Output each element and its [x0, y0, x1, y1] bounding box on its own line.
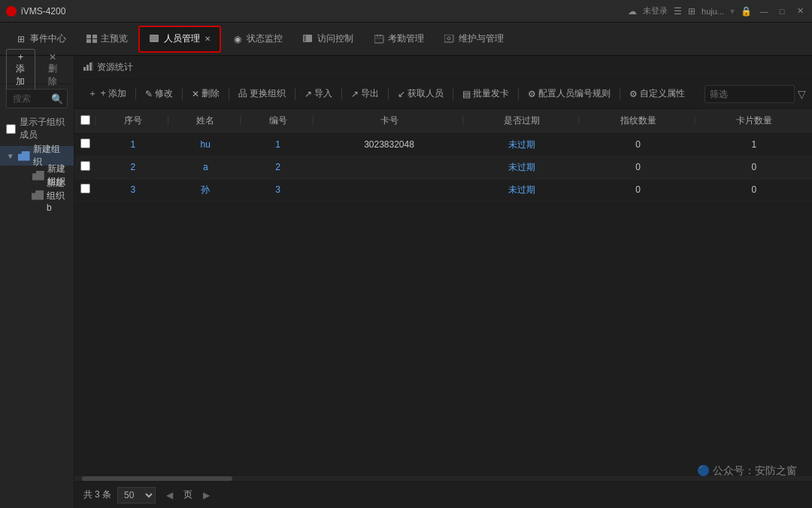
- separator8: [518, 88, 519, 100]
- titlebar: iVMS-4200 ☁ 未登录 ☰ ⊞ huju... ▾ 🔒 — □ ✕: [0, 0, 812, 23]
- table-header-row: 序号 姓名 编号 卡号 是否过期 指纹数量 卡片数量: [74, 109, 812, 133]
- sidebar-toolbar: + 添加 ✕ 删除: [0, 56, 74, 84]
- prev-page-button[interactable]: ◀: [162, 488, 177, 502]
- horizontal-scrollbar[interactable]: [74, 475, 812, 481]
- main-area: + 添加 ✕ 删除 🔍 显示子组织成员 ▼ 新建组织 新建组织: [0, 56, 812, 508]
- row-seq: 1: [97, 133, 169, 156]
- row-expired: 未过期: [464, 178, 580, 201]
- row-card: [314, 156, 464, 178]
- status-bar: 共 3 条 50 100 200 ◀ 页 ▶: [74, 481, 812, 508]
- col-seq: 序号: [97, 109, 169, 133]
- nav-item-personnel[interactable]: 人员管理 ✕: [138, 26, 221, 53]
- svg-rect-17: [89, 62, 92, 71]
- next-page-button[interactable]: ▶: [198, 488, 214, 502]
- preview-icon: [86, 35, 98, 44]
- row-seq: 2: [97, 156, 169, 178]
- row-checkbox[interactable]: [74, 178, 97, 201]
- lock-icon: 🔒: [741, 6, 752, 17]
- folder-icon-child1: [32, 171, 44, 181]
- action-custom-attr-button[interactable]: ⚙ 自定义属性: [623, 85, 691, 102]
- row-id: 3: [241, 178, 314, 201]
- nav-item-attendance[interactable]: 考勤管理: [364, 26, 433, 53]
- select-all-checkbox[interactable]: [80, 115, 90, 125]
- separator6: [388, 88, 389, 100]
- page-size-select[interactable]: 50 100 200: [117, 487, 156, 503]
- action-export-button[interactable]: ↗ 导出: [345, 85, 385, 102]
- svg-rect-13: [444, 35, 453, 42]
- edit-icon: ✎: [145, 89, 153, 99]
- row-card: 3023832048: [314, 133, 464, 156]
- row-card-count: 0: [696, 178, 812, 201]
- table-row: 1 hu 1 3023832048 未过期 0 1: [74, 133, 812, 156]
- filter-icon[interactable]: ▽: [798, 88, 806, 100]
- attendance-icon: [373, 35, 385, 44]
- search-icon[interactable]: 🔍: [51, 93, 63, 105]
- action-get-person-button[interactable]: ↙ 获取人员: [392, 85, 450, 102]
- status-icon: ◉: [232, 35, 244, 44]
- nav-label-personnel: 人员管理: [164, 32, 200, 45]
- row-checkbox[interactable]: [74, 133, 97, 156]
- nav-label-preview: 主预览: [101, 32, 128, 45]
- user-name: huju...: [701, 7, 724, 16]
- row-name: 孙: [169, 178, 241, 201]
- filter-input[interactable]: [704, 85, 795, 103]
- row-seq: 3: [97, 178, 169, 201]
- svg-rect-2: [86, 39, 91, 43]
- row-fingerprint: 0: [580, 156, 695, 178]
- folder-icon-child2: [32, 190, 44, 200]
- nav-label-maintenance: 维护与管理: [459, 32, 504, 45]
- show-sub-label: 显示子组织成员: [20, 116, 68, 141]
- page-label: 页: [183, 488, 192, 501]
- row-fingerprint: 0: [580, 133, 695, 156]
- nav-label-access: 访问控制: [317, 32, 353, 45]
- nav-close-icon[interactable]: ✕: [205, 35, 211, 43]
- svg-point-14: [447, 37, 450, 40]
- tree-item-child2[interactable]: 新建组织b: [18, 185, 74, 205]
- row-checkbox[interactable]: [74, 156, 97, 178]
- action-delete-button[interactable]: ✕ 删除: [186, 85, 226, 102]
- content-area: 资源统计 ＋ + 添加 ✎ 修改 ✕ 删除: [74, 56, 812, 508]
- svg-rect-8: [304, 35, 306, 41]
- minimize-button[interactable]: —: [758, 5, 770, 17]
- separator7: [453, 88, 453, 100]
- action-add-button[interactable]: ＋ + 添加: [82, 85, 132, 102]
- nav-item-maintenance[interactable]: 维护与管理: [435, 26, 513, 53]
- separator3: [229, 88, 229, 100]
- col-card-count: 卡片数量: [696, 109, 812, 133]
- org-icon: 品: [238, 87, 247, 100]
- separator5: [341, 88, 342, 100]
- action-bar: ＋ + 添加 ✎ 修改 ✕ 删除 品 更换组织: [74, 80, 698, 108]
- personnel-icon: [149, 35, 161, 44]
- filter-container: ▽: [698, 85, 812, 103]
- personnel-table: 序号 姓名 编号 卡号 是否过期 指纹数量 卡片数量 1 hu 1 302383…: [74, 109, 812, 202]
- action-config-rule-button[interactable]: ⚙ 配置人员编号规则: [522, 85, 617, 102]
- separator1: [135, 88, 136, 100]
- svg-rect-4: [150, 35, 159, 42]
- sidebar-add-button[interactable]: + 添加: [6, 49, 35, 91]
- action-batch-card-button[interactable]: ▤ 批量发卡: [456, 85, 515, 102]
- action-edit-button[interactable]: ✎ 修改: [139, 85, 179, 102]
- config-icon: ⚙: [528, 89, 536, 99]
- tree-toggle-icon[interactable]: ▼: [6, 151, 15, 160]
- row-card-count: 0: [696, 156, 812, 178]
- action-import-button[interactable]: ↗ 导入: [298, 85, 338, 102]
- nav-item-access[interactable]: 访问控制: [293, 26, 362, 53]
- sidebar-delete-button[interactable]: ✕ 删除: [38, 50, 68, 90]
- show-sub-checkbox[interactable]: [6, 124, 16, 134]
- scrollbar-thumb[interactable]: [82, 476, 232, 481]
- maximize-button[interactable]: □: [776, 5, 788, 17]
- svg-rect-16: [86, 65, 89, 71]
- action-change-org-button[interactable]: 品 更换组织: [232, 85, 292, 102]
- nav-item-status[interactable]: ◉ 状态监控: [223, 26, 292, 53]
- col-id: 编号: [241, 109, 314, 133]
- delete-icon: ✕: [192, 89, 199, 99]
- close-button[interactable]: ✕: [794, 5, 806, 17]
- nav-item-preview[interactable]: 主预览: [77, 26, 137, 53]
- titlebar-right: ☁ 未登录 ☰ ⊞ huju... ▾ 🔒 — □ ✕: [628, 5, 806, 17]
- login-status: 未登录: [643, 5, 668, 17]
- col-card: 卡号: [314, 109, 464, 133]
- row-card-count: 1: [696, 133, 812, 156]
- row-expired: 未过期: [464, 133, 580, 156]
- action-filter-bar: ＋ + 添加 ✎ 修改 ✕ 删除 品 更换组织: [74, 80, 812, 109]
- dashboard-icon: ⊞: [15, 35, 27, 44]
